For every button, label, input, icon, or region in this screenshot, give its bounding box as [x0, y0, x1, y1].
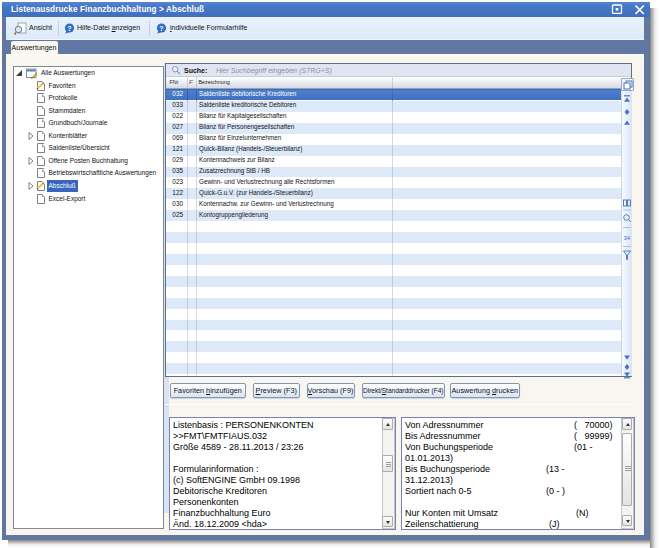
svg-text:?: ? [67, 25, 71, 32]
svg-text:?: ? [159, 25, 163, 32]
svg-text:34: 34 [623, 235, 630, 241]
